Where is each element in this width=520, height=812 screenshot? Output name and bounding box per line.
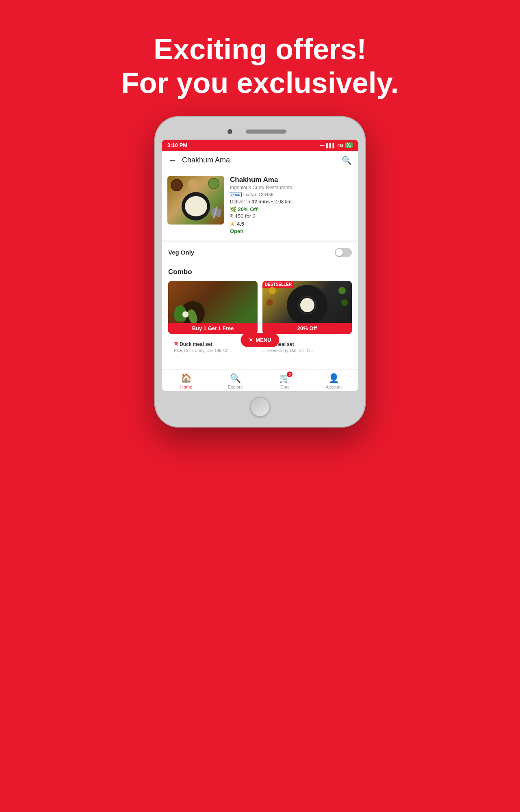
price-info: ₹ 450 for 2 <box>230 213 353 219</box>
phone-mockup: 3:10 PM ••• ▌▌▌ 4G 91 ← Chakhum Ama 🔍 <box>0 116 520 428</box>
phone-screen: 3:10 PM ••• ▌▌▌ 4G 91 ← Chakhum Ama 🔍 <box>162 140 358 391</box>
explore-icon: 🔍 <box>230 373 241 384</box>
restaurant-info: Chakhum Ama Ingenious Curry Restaurants … <box>230 176 353 234</box>
tab-home-label: Home <box>180 384 192 389</box>
combo-item-2[interactable]: BESTSELLER 20% Off <box>262 281 352 334</box>
restaurant-type: Ingenious Curry Restaurants <box>230 185 353 190</box>
veg-only-label: Veg Only <box>168 249 194 256</box>
restaurant-card: Chakhum Ama Ingenious Curry Restaurants … <box>162 170 358 243</box>
combo-image-2: BESTSELLER 20% Off <box>262 281 352 334</box>
menu-button-label: MENU <box>256 337 271 343</box>
combo-grid: Buy 1 Get 1 Free BESTSELLER <box>168 281 352 334</box>
hero-section: Exciting offers! For you exclusively. <box>0 0 520 116</box>
menu-item-desc-1: Rice, Duck Curry, Dal, Utti, Ch... <box>174 348 258 353</box>
restaurant-name: Chakhum Ama <box>230 176 353 184</box>
combo-image-1: Buy 1 Get 1 Free <box>168 281 258 334</box>
phone-camera <box>228 129 232 134</box>
tab-explore-label: Explore <box>228 384 243 389</box>
home-button[interactable] <box>250 397 270 417</box>
fssai-logo: fssaí <box>230 192 242 197</box>
menu-item-desc-2: ...hicken Curry, Dal, Utti, C... <box>262 348 346 353</box>
restaurant-image <box>167 176 224 225</box>
hero-title-line2: For you exclusively. <box>0 66 520 100</box>
status-right: ••• ▌▌▌ 4G 91 <box>320 143 353 148</box>
status-network: 4G <box>337 143 343 148</box>
cart-count: 0 <box>287 371 292 377</box>
status-battery: 91 <box>345 143 353 148</box>
tab-cart[interactable]: 🛒 0 Cart <box>260 373 309 389</box>
veg-indicator-1 <box>174 342 178 346</box>
veg-only-row: Veg Only <box>162 243 358 262</box>
delivery-info: Deliver in 32 mins • 2.08 km <box>230 199 353 205</box>
menu-button-icon: ✕ <box>249 337 253 343</box>
combo-title: Combo <box>168 268 352 276</box>
status-time: 3:10 PM <box>167 142 187 148</box>
nav-bar: ← Chakhum Ama 🔍 <box>162 151 358 170</box>
search-icon[interactable]: 🔍 <box>342 155 352 165</box>
account-icon: 👤 <box>328 373 339 384</box>
home-icon: 🏠 <box>181 373 192 384</box>
phone-top-bar <box>162 123 358 140</box>
combo-offer-1: Buy 1 Get 1 Free <box>168 323 258 334</box>
bottom-tab-bar: 🏠 Home 🔍 Explore 🛒 0 Cart 👤 Account <box>162 369 358 391</box>
status-signal: ▌▌▌ <box>326 143 336 148</box>
back-button[interactable]: ← <box>168 155 177 166</box>
combo-offer-2: 20% Off <box>262 323 352 334</box>
fssai-lic: Lic.No. 123456 <box>243 192 273 197</box>
status-dots: ••• <box>320 143 325 148</box>
offer-badge: 🌿 20% Off <box>230 206 353 212</box>
status-bar: 3:10 PM ••• ▌▌▌ 4G 91 <box>162 140 358 151</box>
open-status: Open <box>230 228 353 234</box>
fssai-row: fssaí Lic.No. 123456 <box>230 192 353 197</box>
tab-explore[interactable]: 🔍 Explore <box>211 373 260 389</box>
rating-row: ★ 4.5 <box>230 221 353 227</box>
bestseller-badge: BESTSELLER <box>262 281 294 288</box>
tab-account-label: Account <box>326 384 342 389</box>
toggle-thumb <box>336 249 343 256</box>
menu-float-button[interactable]: ✕ MENU <box>240 333 279 347</box>
hero-title-line1: Exciting offers! <box>0 32 520 66</box>
tab-account[interactable]: 👤 Account <box>309 373 358 389</box>
rating-value: 4.5 <box>237 221 244 227</box>
veg-only-toggle[interactable] <box>335 248 352 257</box>
tab-home[interactable]: 🏠 Home <box>162 373 211 389</box>
star-icon: ★ <box>230 221 235 227</box>
menu-button-spacer: ✕ MENU <box>162 357 358 369</box>
phone-speaker <box>246 130 286 134</box>
cart-badge-wrapper: 🛒 0 <box>279 373 290 384</box>
combo-item-1[interactable]: Buy 1 Get 1 Free <box>168 281 258 334</box>
phone-body: 3:10 PM ••• ▌▌▌ 4G 91 ← Chakhum Ama 🔍 <box>154 116 366 428</box>
phone-bottom <box>162 391 358 420</box>
nav-title: Chakhum Ama <box>182 156 342 164</box>
tab-cart-label: Cart <box>280 384 289 389</box>
